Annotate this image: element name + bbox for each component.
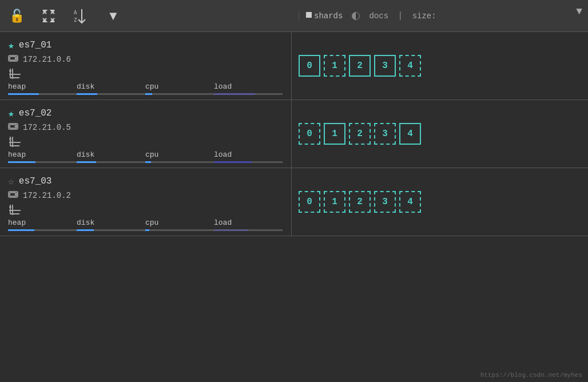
shards-container-node-es7-02: 01234 bbox=[299, 123, 421, 145]
crop-icon-node-es7-02 bbox=[8, 136, 21, 148]
node-shards-node-es7-01: 01234 bbox=[292, 32, 588, 100]
disk-icon-node-es7-01 bbox=[8, 54, 18, 65]
tag-icon-row-node-es7-01 bbox=[8, 67, 283, 80]
disk-icon-node-es7-02 bbox=[8, 122, 18, 131]
node-name-node-es7-01: es7_01 bbox=[19, 40, 52, 50]
lock-button[interactable]: 🔓 bbox=[7, 7, 27, 25]
shard-badge-4-node-es7-03[interactable]: 4 bbox=[399, 191, 421, 213]
metric-bar-container-heap-node-es7-03 bbox=[8, 229, 77, 231]
metric-disk-node-es7-02: disk bbox=[77, 150, 145, 163]
disk-icon-node-es7-02 bbox=[8, 122, 18, 133]
node-name-row-node-es7-01: ★es7_01 bbox=[8, 39, 283, 51]
tag-icon-row-node-es7-02 bbox=[8, 136, 283, 148]
node-row-node-es7-03: ☆es7_03 172.21.0.2 heapdiskcpuload01234 bbox=[0, 168, 588, 236]
metric-bar-container-cpu-node-es7-01 bbox=[145, 93, 214, 95]
docs-label: docs bbox=[369, 11, 388, 21]
svg-point-15 bbox=[15, 126, 17, 128]
filter-dropdown-button[interactable]: ▼ bbox=[105, 7, 122, 25]
metric-load-node-es7-03: load bbox=[214, 218, 283, 231]
svg-text:Z: Z bbox=[74, 17, 77, 23]
node-ip-row-node-es7-02: 172.21.0.5 bbox=[8, 122, 283, 133]
metric-cpu-node-es7-03: cpu bbox=[145, 218, 214, 231]
shard-badge-2-node-es7-03[interactable]: 2 bbox=[349, 191, 371, 213]
metric-bar-container-load-node-es7-03 bbox=[214, 229, 283, 231]
metric-cpu-node-es7-02: cpu bbox=[145, 150, 214, 163]
metric-bar-container-heap-node-es7-01 bbox=[8, 93, 77, 95]
shards-header: shards bbox=[306, 11, 343, 21]
shard-badge-3-node-es7-03[interactable]: 3 bbox=[374, 191, 396, 213]
metric-bar-container-disk-node-es7-03 bbox=[77, 229, 145, 231]
node-ip-node-es7-01: 172.21.0.6 bbox=[23, 55, 71, 64]
nodes-wrapper: ★es7_01 172.21.0.6 heapdiskcpuload01234★… bbox=[0, 32, 588, 382]
node-ip-row-node-es7-03: 172.21.0.2 bbox=[8, 190, 283, 201]
shard-badge-1-node-es7-01[interactable]: 1 bbox=[324, 55, 345, 77]
shard-badge-3-node-es7-01[interactable]: 3 bbox=[374, 55, 396, 77]
toolbar-right: shards docs | size: bbox=[299, 11, 581, 21]
metric-label-cpu-node-es7-03: cpu bbox=[145, 218, 214, 228]
metric-bar-cpu-node-es7-02 bbox=[145, 161, 151, 163]
metric-bar-disk-node-es7-02 bbox=[77, 161, 96, 163]
metric-disk-node-es7-03: disk bbox=[77, 218, 145, 231]
node-shards-node-es7-03: 01234 bbox=[292, 168, 588, 236]
node-left-node-es7-01: ★es7_01 172.21.0.6 heapdiskcpuload bbox=[0, 32, 292, 100]
metric-heap-node-es7-03: heap bbox=[8, 218, 77, 231]
nodes-content: ★es7_01 172.21.0.6 heapdiskcpuload01234★… bbox=[0, 32, 588, 382]
svg-point-21 bbox=[15, 194, 17, 196]
size-label: size: bbox=[412, 11, 436, 21]
metric-label-load-node-es7-03: load bbox=[214, 218, 283, 228]
star-icon-node-es7-02[interactable]: ★ bbox=[8, 107, 14, 120]
sort-az-button[interactable]: A Z bbox=[70, 6, 93, 26]
metric-label-disk-node-es7-02: disk bbox=[77, 150, 145, 160]
main-container: 🔓 A Z bbox=[0, 0, 588, 382]
docs-icon bbox=[352, 12, 360, 20]
shard-badge-0-node-es7-01[interactable]: 0 bbox=[299, 55, 320, 77]
shard-badge-1-node-es7-03[interactable]: 1 bbox=[324, 191, 345, 213]
metric-bar-cpu-node-es7-03 bbox=[145, 229, 149, 231]
shard-badge-2-node-es7-01[interactable]: 2 bbox=[349, 55, 371, 77]
metric-label-heap-node-es7-03: heap bbox=[8, 218, 77, 228]
star-icon-node-es7-03[interactable]: ☆ bbox=[8, 175, 14, 188]
metric-bar-container-load-node-es7-01 bbox=[214, 93, 283, 95]
shard-badge-4-node-es7-01[interactable]: 4 bbox=[399, 55, 421, 77]
shard-badge-0-node-es7-03[interactable]: 0 bbox=[299, 191, 320, 213]
metric-bar-disk-node-es7-01 bbox=[77, 93, 97, 95]
expand-button[interactable] bbox=[38, 7, 59, 25]
metric-bar-heap-node-es7-01 bbox=[8, 93, 39, 95]
pipe-separator: | bbox=[398, 11, 403, 21]
watermark: https://blog.csdn.net/myhes bbox=[480, 372, 582, 379]
metric-heap-node-es7-02: heap bbox=[8, 150, 77, 163]
shard-badge-2-node-es7-02[interactable]: 2 bbox=[349, 123, 371, 145]
node-ip-row-node-es7-01: 172.21.0.6 bbox=[8, 54, 283, 65]
node-name-row-node-es7-03: ☆es7_03 bbox=[8, 175, 283, 188]
top-dropdown-arrow[interactable]: ▼ bbox=[576, 6, 582, 17]
metric-bar-load-node-es7-02 bbox=[214, 161, 252, 163]
node-ip-node-es7-02: 172.21.0.5 bbox=[23, 123, 71, 132]
crop-icon-node-es7-01 bbox=[8, 67, 21, 80]
shard-badge-1-node-es7-02[interactable]: 1 bbox=[324, 123, 345, 145]
metric-bar-cpu-node-es7-01 bbox=[145, 93, 152, 95]
tag-icon-row-node-es7-03 bbox=[8, 204, 283, 216]
metric-label-disk-node-es7-03: disk bbox=[77, 218, 145, 228]
node-left-node-es7-02: ★es7_02 172.21.0.5 heapdiskcpuload bbox=[0, 100, 292, 168]
star-icon-node-es7-01[interactable]: ★ bbox=[8, 39, 14, 51]
metric-bar-container-cpu-node-es7-02 bbox=[145, 161, 214, 163]
metric-bar-container-disk-node-es7-02 bbox=[77, 161, 145, 163]
node-left-node-es7-03: ☆es7_03 172.21.0.2 heapdiskcpuload bbox=[0, 168, 292, 236]
shards-label: shards bbox=[314, 11, 343, 21]
metric-bar-heap-node-es7-03 bbox=[8, 229, 34, 231]
metric-label-heap-node-es7-02: heap bbox=[8, 150, 77, 160]
metric-label-load-node-es7-02: load bbox=[214, 150, 283, 160]
metric-bar-heap-node-es7-02 bbox=[8, 161, 35, 163]
svg-point-9 bbox=[15, 58, 17, 59]
shard-badge-3-node-es7-02[interactable]: 3 bbox=[374, 123, 396, 145]
metric-label-cpu-node-es7-01: cpu bbox=[145, 82, 214, 92]
metric-bar-disk-node-es7-03 bbox=[77, 229, 94, 231]
metric-bar-load-node-es7-03 bbox=[214, 229, 248, 231]
node-row-node-es7-02: ★es7_02 172.21.0.5 heapdiskcpuload01234 bbox=[0, 100, 588, 168]
node-name-node-es7-03: es7_03 bbox=[19, 176, 52, 186]
toolbar: 🔓 A Z bbox=[0, 0, 588, 32]
node-metrics-node-es7-02: heapdiskcpuload bbox=[8, 150, 283, 163]
metric-label-cpu-node-es7-02: cpu bbox=[145, 150, 214, 160]
shard-badge-0-node-es7-02[interactable]: 0 bbox=[299, 123, 320, 145]
shard-badge-4-node-es7-02[interactable]: 4 bbox=[399, 123, 421, 145]
